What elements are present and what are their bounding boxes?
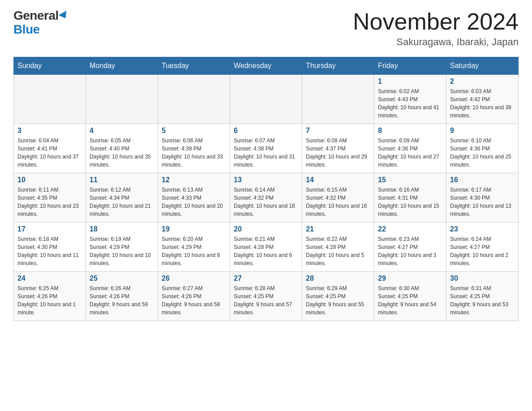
day-number: 21	[306, 225, 370, 233]
day-header-monday: Monday	[86, 57, 158, 75]
day-info: Sunrise: 6:05 AMSunset: 4:40 PMDaylight:…	[90, 137, 154, 169]
day-number: 24	[17, 274, 82, 283]
calendar-cell	[302, 75, 374, 124]
calendar-cell: 20Sunrise: 6:21 AMSunset: 4:28 PMDayligh…	[230, 223, 302, 272]
title-block: November 2024 Sakuragawa, Ibaraki, Japan	[353, 9, 519, 48]
calendar-cell: 28Sunrise: 6:29 AMSunset: 4:25 PMDayligh…	[302, 272, 374, 321]
day-number: 6	[234, 127, 298, 135]
day-info: Sunrise: 6:02 AMSunset: 4:43 PMDaylight:…	[378, 87, 442, 120]
day-number: 12	[162, 176, 226, 184]
day-info: Sunrise: 6:29 AMSunset: 4:25 PMDaylight:…	[306, 284, 370, 317]
day-number: 26	[162, 274, 226, 283]
day-number: 7	[306, 127, 370, 135]
day-info: Sunrise: 6:31 AMSunset: 4:25 PMDaylight:…	[450, 284, 515, 317]
day-info: Sunrise: 6:17 AMSunset: 4:30 PMDaylight:…	[450, 186, 515, 218]
day-info: Sunrise: 6:07 AMSunset: 4:38 PMDaylight:…	[234, 137, 298, 169]
calendar-cell: 16Sunrise: 6:17 AMSunset: 4:30 PMDayligh…	[446, 173, 519, 223]
day-number: 2	[450, 77, 515, 86]
week-row-2: 3Sunrise: 6:04 AMSunset: 4:41 PMDaylight…	[14, 124, 519, 173]
day-info: Sunrise: 6:24 AMSunset: 4:27 PMDaylight:…	[450, 235, 515, 267]
day-number: 15	[378, 176, 442, 184]
calendar-cell: 21Sunrise: 6:22 AMSunset: 4:28 PMDayligh…	[302, 223, 374, 272]
day-info: Sunrise: 6:10 AMSunset: 4:36 PMDaylight:…	[450, 137, 515, 169]
day-info: Sunrise: 6:09 AMSunset: 4:36 PMDaylight:…	[378, 137, 442, 169]
calendar-cell: 30Sunrise: 6:31 AMSunset: 4:25 PMDayligh…	[446, 272, 519, 321]
calendar-cell: 5Sunrise: 6:06 AMSunset: 4:39 PMDaylight…	[158, 124, 230, 173]
day-number: 23	[450, 225, 515, 233]
week-row-4: 17Sunrise: 6:18 AMSunset: 4:30 PMDayligh…	[14, 223, 519, 272]
calendar-body: 1Sunrise: 6:02 AMSunset: 4:43 PMDaylight…	[14, 75, 519, 321]
day-number: 18	[90, 225, 154, 233]
calendar-cell: 2Sunrise: 6:03 AMSunset: 4:42 PMDaylight…	[446, 75, 519, 124]
day-info: Sunrise: 6:21 AMSunset: 4:28 PMDaylight:…	[234, 235, 298, 267]
calendar-cell	[230, 75, 302, 124]
calendar-cell: 1Sunrise: 6:02 AMSunset: 4:43 PMDaylight…	[374, 75, 446, 124]
calendar-cell: 25Sunrise: 6:26 AMSunset: 4:26 PMDayligh…	[86, 272, 158, 321]
calendar-cell: 10Sunrise: 6:11 AMSunset: 4:35 PMDayligh…	[14, 173, 86, 223]
calendar-cell: 12Sunrise: 6:13 AMSunset: 4:33 PMDayligh…	[158, 173, 230, 223]
day-info: Sunrise: 6:04 AMSunset: 4:41 PMDaylight:…	[17, 137, 82, 169]
day-info: Sunrise: 6:15 AMSunset: 4:32 PMDaylight:…	[306, 186, 370, 218]
day-info: Sunrise: 6:03 AMSunset: 4:42 PMDaylight:…	[450, 87, 515, 120]
day-number: 13	[234, 176, 298, 184]
day-number: 28	[306, 274, 370, 283]
day-number: 10	[17, 176, 82, 184]
calendar-cell: 24Sunrise: 6:25 AMSunset: 4:26 PMDayligh…	[14, 272, 86, 321]
calendar-cell: 27Sunrise: 6:28 AMSunset: 4:25 PMDayligh…	[230, 272, 302, 321]
day-number: 14	[306, 176, 370, 184]
location-text: Sakuragawa, Ibaraki, Japan	[353, 36, 519, 48]
calendar-cell: 8Sunrise: 6:09 AMSunset: 4:36 PMDaylight…	[374, 124, 446, 173]
page-header: General Blue November 2024 Sakuragawa, I…	[13, 9, 519, 48]
day-info: Sunrise: 6:13 AMSunset: 4:33 PMDaylight:…	[162, 186, 226, 218]
calendar-cell	[14, 75, 86, 124]
day-info: Sunrise: 6:19 AMSunset: 4:29 PMDaylight:…	[90, 235, 154, 267]
calendar-cell: 19Sunrise: 6:20 AMSunset: 4:29 PMDayligh…	[158, 223, 230, 272]
day-number: 25	[90, 274, 154, 283]
logo-general-text: General	[13, 9, 59, 23]
day-info: Sunrise: 6:28 AMSunset: 4:25 PMDaylight:…	[234, 284, 298, 317]
day-number: 16	[450, 176, 515, 184]
day-number: 9	[450, 127, 515, 135]
day-info: Sunrise: 6:11 AMSunset: 4:35 PMDaylight:…	[17, 186, 82, 218]
day-info: Sunrise: 6:22 AMSunset: 4:28 PMDaylight:…	[306, 235, 370, 267]
week-row-3: 10Sunrise: 6:11 AMSunset: 4:35 PMDayligh…	[14, 173, 519, 223]
calendar-header: SundayMondayTuesdayWednesdayThursdayFrid…	[14, 57, 519, 75]
day-number: 5	[162, 127, 226, 135]
calendar-cell: 13Sunrise: 6:14 AMSunset: 4:32 PMDayligh…	[230, 173, 302, 223]
day-header-wednesday: Wednesday	[230, 57, 302, 75]
calendar-cell: 29Sunrise: 6:30 AMSunset: 4:25 PMDayligh…	[374, 272, 446, 321]
day-number: 3	[17, 127, 82, 135]
logo: General Blue	[13, 9, 69, 37]
day-header-saturday: Saturday	[446, 57, 519, 75]
day-info: Sunrise: 6:18 AMSunset: 4:30 PMDaylight:…	[17, 235, 82, 267]
day-info: Sunrise: 6:30 AMSunset: 4:25 PMDaylight:…	[378, 284, 442, 317]
week-row-5: 24Sunrise: 6:25 AMSunset: 4:26 PMDayligh…	[14, 272, 519, 321]
day-number: 11	[90, 176, 154, 184]
day-number: 4	[90, 127, 154, 135]
calendar-cell: 22Sunrise: 6:23 AMSunset: 4:27 PMDayligh…	[374, 223, 446, 272]
day-number: 22	[378, 225, 442, 233]
day-header-friday: Friday	[374, 57, 446, 75]
calendar-cell: 23Sunrise: 6:24 AMSunset: 4:27 PMDayligh…	[446, 223, 519, 272]
day-number: 20	[234, 225, 298, 233]
month-title: November 2024	[353, 9, 519, 34]
day-number: 29	[378, 274, 442, 283]
day-info: Sunrise: 6:08 AMSunset: 4:37 PMDaylight:…	[306, 137, 370, 169]
day-info: Sunrise: 6:20 AMSunset: 4:29 PMDaylight:…	[162, 235, 226, 267]
days-row: SundayMondayTuesdayWednesdayThursdayFrid…	[14, 57, 519, 75]
calendar-table: SundayMondayTuesdayWednesdayThursdayFrid…	[13, 57, 519, 321]
day-info: Sunrise: 6:27 AMSunset: 4:26 PMDaylight:…	[162, 284, 226, 317]
day-header-tuesday: Tuesday	[158, 57, 230, 75]
day-number: 19	[162, 225, 226, 233]
day-number: 17	[17, 225, 82, 233]
day-header-thursday: Thursday	[302, 57, 374, 75]
calendar-cell: 6Sunrise: 6:07 AMSunset: 4:38 PMDaylight…	[230, 124, 302, 173]
calendar-cell	[86, 75, 158, 124]
calendar-cell: 11Sunrise: 6:12 AMSunset: 4:34 PMDayligh…	[86, 173, 158, 223]
day-number: 8	[378, 127, 442, 135]
calendar-cell: 15Sunrise: 6:16 AMSunset: 4:31 PMDayligh…	[374, 173, 446, 223]
day-number: 30	[450, 274, 515, 283]
calendar-cell: 18Sunrise: 6:19 AMSunset: 4:29 PMDayligh…	[86, 223, 158, 272]
calendar-cell: 3Sunrise: 6:04 AMSunset: 4:41 PMDaylight…	[14, 124, 86, 173]
day-number: 27	[234, 274, 298, 283]
